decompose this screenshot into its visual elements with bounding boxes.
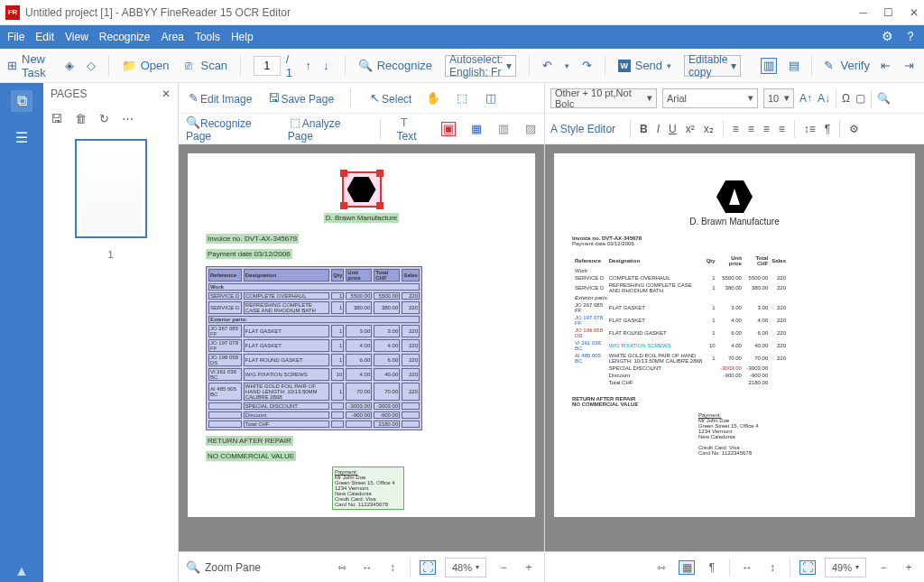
barcode-region-icon[interactable]: ▥ bbox=[497, 122, 510, 136]
layout-single-icon[interactable]: ▤ bbox=[786, 58, 802, 74]
align-left-icon[interactable]: ≡ bbox=[733, 123, 739, 135]
rp-zoom-in-icon[interactable]: + bbox=[901, 561, 917, 574]
scanner-icon: ⎚ bbox=[181, 59, 196, 73]
layout-split-icon[interactable]: ▥ bbox=[761, 58, 777, 74]
prev-error-icon[interactable]: ⇤ bbox=[879, 59, 893, 73]
undo-icon[interactable]: ↶ bbox=[542, 59, 552, 73]
redo-icon[interactable]: ↷ bbox=[582, 59, 592, 73]
recognize-page-button[interactable]: 🔍Recognize Page bbox=[186, 115, 273, 143]
background-region-icon[interactable]: ▨ bbox=[524, 122, 537, 136]
next-error-icon[interactable]: ⇥ bbox=[902, 59, 917, 73]
fit-height-icon[interactable]: ↔ bbox=[359, 561, 375, 574]
rp-fit-width-icon[interactable]: ⇿ bbox=[653, 561, 670, 574]
zoom-value[interactable]: 48%▾ bbox=[445, 558, 486, 577]
scan-button[interactable]: ⎚Scan bbox=[181, 59, 227, 73]
zoom-pane-button[interactable]: 🔍Zoom Pane bbox=[186, 560, 261, 575]
decrease-font-icon[interactable]: A↓ bbox=[818, 92, 830, 105]
font-size-dropdown[interactable]: 10▾ bbox=[763, 88, 794, 108]
align-center-icon[interactable]: ≡ bbox=[748, 123, 754, 135]
save-page-button[interactable]: 🖫Save Page bbox=[266, 91, 334, 106]
text-document-area[interactable]: D. Brawn Manufacture Invoice no. DVT-AX-… bbox=[545, 144, 924, 551]
menu-file[interactable]: File bbox=[7, 31, 24, 43]
layers-down-icon[interactable]: ◈ bbox=[64, 59, 73, 73]
verify-button[interactable]: ✎Verify bbox=[821, 59, 870, 73]
page-thumbnail[interactable] bbox=[75, 139, 147, 238]
maximize-button[interactable]: ☐ bbox=[883, 6, 893, 19]
increase-font-icon[interactable]: A↑ bbox=[799, 92, 812, 105]
recognize-button[interactable]: 🔍Recognize bbox=[358, 59, 432, 73]
new-task-button[interactable]: ⊞New Task bbox=[7, 52, 51, 79]
minimize-button[interactable]: ─ bbox=[859, 6, 867, 19]
omega-icon[interactable]: Ω bbox=[842, 92, 850, 105]
warnings-icon[interactable]: ▲ bbox=[11, 560, 32, 582]
page-down-icon[interactable]: ↓ bbox=[319, 59, 332, 73]
italic-icon[interactable]: I bbox=[657, 123, 660, 135]
zoom-out-icon[interactable]: − bbox=[495, 561, 512, 574]
superscript-icon[interactable]: x² bbox=[686, 123, 695, 135]
rp-zoom-out-icon[interactable]: − bbox=[875, 561, 892, 574]
properties-panel-icon[interactable]: ☰ bbox=[11, 126, 32, 148]
layers-up-icon[interactable]: ◇ bbox=[87, 59, 96, 73]
zoom-in-icon[interactable]: + bbox=[521, 561, 537, 574]
hand-tool-icon[interactable]: ✋ bbox=[426, 91, 440, 106]
save-icon[interactable]: 🖫 bbox=[51, 112, 62, 125]
font-dropdown[interactable]: Arial▾ bbox=[662, 88, 758, 108]
menu-help[interactable]: Help bbox=[231, 31, 254, 43]
style-dropdown[interactable]: Other + 10 pt,Not Bolc▾ bbox=[550, 88, 657, 108]
align-right-icon[interactable]: ≡ bbox=[763, 123, 770, 135]
rp-arrows-v-icon[interactable]: ↕ bbox=[764, 561, 781, 574]
picture-region[interactable] bbox=[342, 171, 382, 208]
menu-area[interactable]: Area bbox=[162, 31, 184, 43]
rp-layout-icon[interactable]: ▦ bbox=[679, 560, 695, 575]
rp-pilcrow-icon[interactable]: ¶ bbox=[704, 561, 720, 574]
delete-icon[interactable]: 🗑 bbox=[75, 112, 87, 125]
line-spacing-icon[interactable]: ↕≡ bbox=[804, 123, 816, 135]
left-rail: ⧉ ☰ ▲ bbox=[0, 83, 43, 582]
pages-panel-icon[interactable]: ⧉ bbox=[11, 90, 32, 112]
zoom-fit-icon[interactable]: ⛶ bbox=[420, 560, 436, 575]
paragraph-mark-icon[interactable]: ¶ bbox=[825, 123, 830, 135]
menu-recognize[interactable]: Recognize bbox=[99, 31, 151, 43]
bold-icon[interactable]: B bbox=[640, 123, 648, 135]
select-tool[interactable]: ↖Select bbox=[367, 91, 411, 106]
image-document-area[interactable]: D. Brawn Manufacture Invoice no. DVT-AX-… bbox=[179, 144, 544, 551]
open-button[interactable]: 📁Open bbox=[122, 59, 170, 73]
page-up-icon[interactable]: ↑ bbox=[302, 59, 315, 73]
help-icon[interactable]: ？ bbox=[904, 29, 917, 45]
close-panel-icon[interactable]: ✕ bbox=[162, 88, 171, 100]
close-window-button[interactable]: ✕ bbox=[910, 6, 919, 19]
image-zoom-bar: 🔍Zoom Pane ⇿ ↔ ↕ ⛶ 48%▾ − + bbox=[179, 551, 544, 582]
more-icon[interactable]: ⋯ bbox=[122, 112, 134, 125]
fit-width-icon[interactable]: ⇿ bbox=[334, 561, 350, 574]
table-region-icon[interactable]: ▦ bbox=[470, 122, 483, 136]
settings-icon[interactable]: ⚙ bbox=[882, 29, 893, 45]
menu-edit[interactable]: Edit bbox=[35, 31, 54, 43]
text-toolbar: Other + 10 pt,Not Bolc▾ Arial▾ 10▾ A↑ A↓… bbox=[545, 83, 924, 114]
text-region-tool[interactable]: TText bbox=[397, 115, 427, 143]
save-icon: 🖫 bbox=[266, 91, 281, 106]
rp-zoom-value[interactable]: 49%▾ bbox=[825, 558, 866, 577]
rp-arrows-h-icon[interactable]: ↔ bbox=[739, 561, 755, 574]
subscript-icon[interactable]: x₂ bbox=[704, 123, 714, 135]
rp-zoom-fit-icon[interactable]: ⛶ bbox=[799, 560, 816, 575]
crop-tool-icon[interactable]: ⬚ bbox=[455, 91, 469, 106]
menu-view[interactable]: View bbox=[65, 31, 88, 43]
eraser-tool-icon[interactable]: ◫ bbox=[484, 91, 498, 106]
picture-region-icon[interactable]: ▣ bbox=[441, 122, 456, 136]
cursor-icon: ↖ bbox=[367, 91, 382, 106]
find-icon[interactable]: 🔍 bbox=[877, 92, 891, 105]
edit-image-button[interactable]: ✎Edit Image bbox=[186, 91, 252, 106]
more-format-icon[interactable]: ⚙ bbox=[849, 123, 859, 135]
language-dropdown[interactable]: Autoselect: English; Fr▾ bbox=[445, 55, 516, 77]
align-justify-icon[interactable]: ≡ bbox=[779, 123, 785, 135]
analyze-page-button[interactable]: ⬚Analyze Page bbox=[288, 115, 364, 143]
rotate-icon[interactable]: ↻ bbox=[99, 112, 109, 125]
send-button[interactable]: WSend▾ bbox=[618, 59, 671, 72]
underline-icon[interactable]: U bbox=[669, 123, 677, 135]
style-editor-button[interactable]: A Style Editor bbox=[550, 123, 615, 135]
fit-page-icon[interactable]: ↕ bbox=[384, 561, 401, 574]
editable-copy-dropdown[interactable]: Editable copy▾ bbox=[684, 55, 741, 77]
insert-picture-icon[interactable]: ▢ bbox=[855, 92, 865, 105]
page-current-input[interactable] bbox=[254, 56, 281, 76]
menu-tools[interactable]: Tools bbox=[195, 31, 220, 43]
